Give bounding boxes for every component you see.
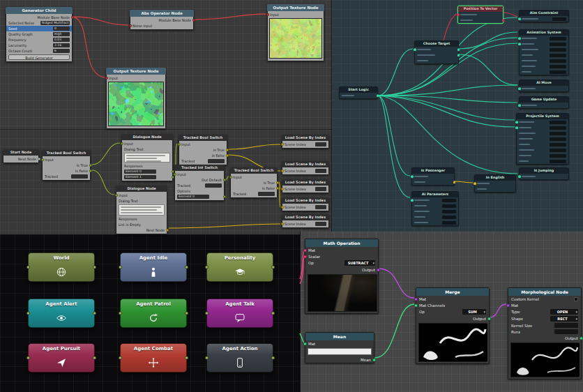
- output-port[interactable]: [185, 312, 188, 315]
- input-port[interactable]: [515, 126, 518, 129]
- input-port[interactable]: [119, 266, 122, 269]
- start-logic-node[interactable]: Start Logic: [339, 86, 378, 99]
- aim-constraint-node[interactable]: Aim Constraint: [519, 10, 569, 22]
- scene-index-input[interactable]: [315, 142, 326, 146]
- seed-input[interactable]: 0: [53, 27, 70, 31]
- math-operation-node[interactable]: Math Operation Mat Scalar OpSUBTRACT Out…: [305, 239, 379, 314]
- output-port[interactable]: [192, 19, 195, 22]
- generator-child-node[interactable]: Generator Child Module Base Node Selecte…: [6, 7, 73, 62]
- game-update-node[interactable]: Game Update: [519, 96, 569, 109]
- output-port[interactable]: [457, 54, 460, 56]
- start-node[interactable]: Start Node Next Node: [3, 149, 39, 163]
- tracked-bool-switch-node[interactable]: Tracked Bool Switch Input Is True Is Fal…: [42, 150, 91, 181]
- mat-input-port[interactable]: [303, 342, 307, 345]
- op-dropdown[interactable]: SUM: [462, 309, 486, 315]
- output-port[interactable]: [185, 356, 188, 360]
- response-element[interactable]: Element 0: [124, 169, 156, 174]
- output-port[interactable]: [377, 94, 379, 97]
- option-port[interactable]: [223, 195, 226, 198]
- false-port[interactable]: [89, 169, 92, 172]
- tracked-int-switch-node[interactable]: Tracked Int Switch Input Out Default Tra…: [174, 165, 225, 201]
- input-port[interactable]: [518, 37, 521, 40]
- input-port[interactable]: [26, 356, 30, 360]
- morphological-node[interactable]: Morphological Node Custom Kernel Mat Typ…: [508, 287, 582, 379]
- input-port[interactable]: [281, 169, 284, 172]
- shape-dropdown[interactable]: RECT: [550, 316, 578, 322]
- tracked-bool-switch-node[interactable]: Tracked Bool Switch Input Is True Is Fal…: [179, 135, 227, 165]
- choose-target-node[interactable]: Choose Target: [414, 40, 459, 64]
- mean-output-port[interactable]: [372, 358, 376, 361]
- input-port[interactable]: [518, 43, 521, 45]
- mat-input-port[interactable]: [414, 297, 418, 301]
- agent-node-talk[interactable]: Agent Talk: [206, 299, 273, 328]
- tracked-dropdown[interactable]: [71, 174, 88, 179]
- load-scene-node[interactable]: Load Scene By Index Scene Index: [282, 135, 329, 149]
- type-dropdown[interactable]: OPEN: [550, 309, 578, 315]
- input-port[interactable]: [129, 24, 132, 27]
- output-port[interactable]: [271, 356, 275, 360]
- dialogue-node-a[interactable]: Dialogue Node Input Dialog Text Response…: [121, 134, 173, 181]
- input-port[interactable]: [411, 175, 414, 178]
- input-port[interactable]: [518, 87, 521, 90]
- merge-node[interactable]: Merge Mat Mat Channels OpSUM Output: [416, 287, 490, 364]
- agent-node-pursuit[interactable]: Agent Pursuit: [28, 343, 95, 372]
- output-port[interactable]: [93, 266, 96, 269]
- output-texture-node-mid[interactable]: Output Texture Node Input: [106, 68, 166, 129]
- load-scene-node[interactable]: Load Scene By Index Scene Index: [282, 214, 329, 228]
- custom-kernel-checkbox[interactable]: [574, 297, 578, 301]
- false-port[interactable]: [226, 154, 229, 157]
- output-port[interactable]: [271, 266, 275, 269]
- input-port[interactable]: [105, 77, 108, 80]
- mat-channels-input-port[interactable]: [414, 303, 418, 307]
- runs-input[interactable]: [554, 329, 578, 334]
- input-port[interactable]: [518, 17, 521, 20]
- lacunarity-input[interactable]: 2.16: [53, 43, 70, 47]
- input-port[interactable]: [414, 48, 416, 51]
- kernel-size-input[interactable]: [554, 323, 578, 328]
- input-port[interactable]: [178, 143, 181, 146]
- in-english-node[interactable]: In English: [474, 174, 516, 193]
- output-port[interactable]: [580, 336, 583, 340]
- agent-node-action[interactable]: Agent Action: [206, 343, 273, 372]
- frequency-input[interactable]: 0.03: [53, 38, 70, 42]
- animation-system-node[interactable]: Animation System: [519, 29, 569, 75]
- output-port[interactable]: [71, 16, 74, 19]
- input-port[interactable]: [281, 143, 284, 146]
- input-port[interactable]: [119, 356, 122, 360]
- input-port[interactable]: [41, 158, 44, 161]
- true-port[interactable]: [226, 149, 229, 151]
- scene-index-input[interactable]: [315, 169, 326, 173]
- quality-dropdown[interactable]: High: [53, 32, 70, 36]
- input-port[interactable]: [229, 176, 232, 179]
- input-port[interactable]: [26, 312, 30, 315]
- tracked-dropdown[interactable]: [258, 192, 275, 196]
- agent-node-alert[interactable]: Agent Alert: [28, 299, 95, 328]
- output-port[interactable]: [502, 19, 505, 22]
- agent-node-combat[interactable]: Agent Combat: [120, 343, 187, 372]
- output-port[interactable]: [185, 266, 188, 269]
- tracked-bool-switch-node[interactable]: Tracked Bool Switch Input Is True Is Fal…: [230, 167, 278, 198]
- input-port[interactable]: [411, 199, 414, 202]
- input-port[interactable]: [205, 356, 209, 360]
- response-element[interactable]: Element 1: [124, 175, 156, 179]
- build-generator-button[interactable]: Build Generator: [8, 54, 70, 60]
- input-port[interactable]: [518, 175, 521, 178]
- agent-node-patrol[interactable]: Agent Patrol: [120, 299, 187, 328]
- output-port[interactable]: [93, 312, 96, 315]
- true-port[interactable]: [89, 164, 92, 167]
- op-dropdown[interactable]: SUBTRACT: [344, 260, 375, 266]
- dialog-text-input[interactable]: [124, 153, 170, 163]
- tracked-dropdown[interactable]: [208, 159, 225, 163]
- input-port[interactable]: [518, 104, 521, 107]
- input-port[interactable]: [457, 13, 460, 16]
- scalar-input-port[interactable]: [303, 255, 307, 258]
- output-port[interactable]: [453, 181, 456, 183]
- agent-node-idle[interactable]: Agent Idle: [120, 252, 187, 282]
- is-jumping-node[interactable]: Is Jumping: [519, 167, 569, 180]
- input-port[interactable]: [121, 142, 123, 145]
- output-port[interactable]: [487, 317, 491, 320]
- mat-input-port[interactable]: [303, 248, 307, 252]
- next-port[interactable]: [166, 229, 169, 232]
- mean-node[interactable]: Mean Mat Mean: [305, 332, 374, 363]
- selected-noise-dropdown[interactable]: Ridged Multifract: [40, 21, 70, 25]
